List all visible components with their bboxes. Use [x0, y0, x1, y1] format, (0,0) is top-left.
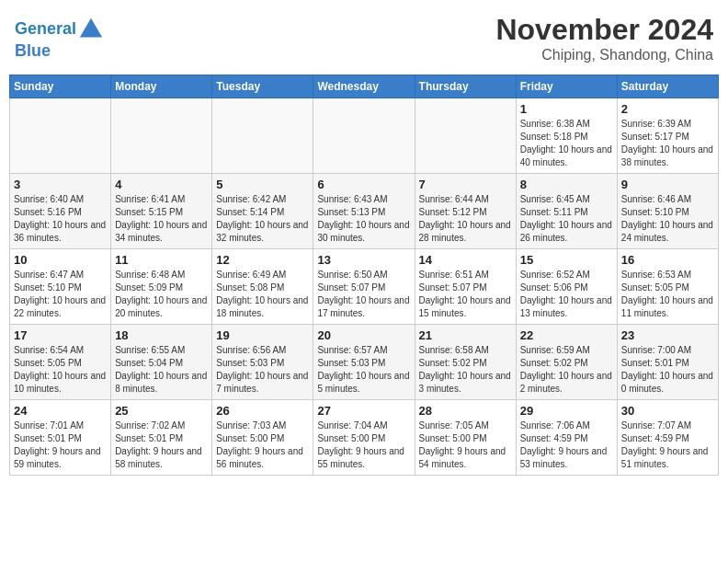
- calendar-cell: 9Sunrise: 6:46 AM Sunset: 5:10 PM Daylig…: [617, 174, 718, 249]
- day-info: Sunrise: 6:42 AM Sunset: 5:14 PM Dayligh…: [216, 193, 309, 245]
- day-number: 16: [621, 253, 714, 267]
- day-info: Sunrise: 7:00 AM Sunset: 5:01 PM Dayligh…: [621, 344, 714, 396]
- day-info: Sunrise: 7:03 AM Sunset: 5:00 PM Dayligh…: [216, 419, 309, 471]
- day-info: Sunrise: 6:59 AM Sunset: 5:02 PM Dayligh…: [520, 344, 613, 396]
- calendar-table: SundayMondayTuesdayWednesdayThursdayFrid…: [9, 75, 719, 476]
- day-info: Sunrise: 6:47 AM Sunset: 5:10 PM Dayligh…: [14, 269, 107, 320]
- logo-general: General: [15, 19, 76, 38]
- calendar-cell: [212, 98, 313, 174]
- day-info: Sunrise: 6:41 AM Sunset: 5:15 PM Dayligh…: [115, 193, 208, 245]
- day-number: 4: [115, 178, 208, 191]
- day-info: Sunrise: 6:57 AM Sunset: 5:03 PM Dayligh…: [317, 344, 410, 396]
- svg-marker-0: [80, 18, 102, 38]
- calendar-cell: 14Sunrise: 6:51 AM Sunset: 5:07 PM Dayli…: [415, 249, 516, 325]
- day-number: 15: [520, 253, 613, 267]
- weekday-header-tuesday: Tuesday: [212, 75, 313, 98]
- weekday-header-thursday: Thursday: [415, 75, 516, 98]
- day-info: Sunrise: 6:49 AM Sunset: 5:08 PM Dayligh…: [216, 269, 309, 320]
- week-row-3: 10Sunrise: 6:47 AM Sunset: 5:10 PM Dayli…: [10, 249, 719, 325]
- day-number: 21: [419, 328, 512, 342]
- day-info: Sunrise: 6:52 AM Sunset: 5:06 PM Dayligh…: [520, 269, 613, 320]
- day-info: Sunrise: 6:45 AM Sunset: 5:11 PM Dayligh…: [520, 193, 613, 245]
- calendar-cell: [313, 98, 415, 174]
- day-number: 3: [14, 178, 107, 191]
- day-info: Sunrise: 7:05 AM Sunset: 5:00 PM Dayligh…: [419, 419, 512, 471]
- day-info: Sunrise: 6:48 AM Sunset: 5:09 PM Dayligh…: [115, 269, 208, 320]
- day-info: Sunrise: 6:43 AM Sunset: 5:13 PM Dayligh…: [317, 193, 410, 245]
- calendar-cell: 17Sunrise: 6:54 AM Sunset: 5:05 PM Dayli…: [10, 325, 111, 400]
- day-number: 28: [419, 404, 512, 418]
- day-info: Sunrise: 7:04 AM Sunset: 5:00 PM Dayligh…: [317, 419, 410, 471]
- calendar-cell: 24Sunrise: 7:01 AM Sunset: 5:01 PM Dayli…: [10, 400, 111, 476]
- logo: General Blue: [15, 17, 104, 61]
- calendar-cell: 12Sunrise: 6:49 AM Sunset: 5:08 PM Dayli…: [212, 249, 313, 325]
- calendar-cell: 3Sunrise: 6:40 AM Sunset: 5:16 PM Daylig…: [10, 174, 111, 249]
- weekday-header-sunday: Sunday: [10, 75, 111, 98]
- day-number: 20: [317, 328, 410, 342]
- weekday-header-friday: Friday: [516, 75, 617, 98]
- calendar-cell: 28Sunrise: 7:05 AM Sunset: 5:00 PM Dayli…: [415, 400, 516, 476]
- day-number: 12: [216, 253, 309, 267]
- day-info: Sunrise: 6:53 AM Sunset: 5:05 PM Dayligh…: [621, 269, 714, 320]
- day-info: Sunrise: 6:58 AM Sunset: 5:02 PM Dayligh…: [419, 344, 512, 396]
- day-info: Sunrise: 6:50 AM Sunset: 5:07 PM Dayligh…: [317, 269, 410, 320]
- calendar-cell: 16Sunrise: 6:53 AM Sunset: 5:05 PM Dayli…: [617, 249, 718, 325]
- day-info: Sunrise: 6:44 AM Sunset: 5:12 PM Dayligh…: [419, 193, 512, 245]
- day-number: 7: [419, 178, 512, 191]
- weekday-header-saturday: Saturday: [617, 75, 718, 98]
- day-number: 2: [621, 102, 714, 116]
- logo-blue: Blue: [15, 42, 104, 61]
- day-number: 30: [621, 404, 714, 418]
- title-area: November 2024 Chiping, Shandong, China: [495, 13, 713, 63]
- day-number: 14: [419, 253, 512, 267]
- day-info: Sunrise: 7:01 AM Sunset: 5:01 PM Dayligh…: [14, 419, 107, 471]
- calendar-cell: 18Sunrise: 6:55 AM Sunset: 5:04 PM Dayli…: [111, 325, 212, 400]
- calendar-cell: 30Sunrise: 7:07 AM Sunset: 4:59 PM Dayli…: [617, 400, 718, 476]
- calendar-cell: 1Sunrise: 6:38 AM Sunset: 5:18 PM Daylig…: [516, 98, 617, 174]
- calendar-cell: 10Sunrise: 6:47 AM Sunset: 5:10 PM Dayli…: [10, 249, 111, 325]
- day-info: Sunrise: 6:51 AM Sunset: 5:07 PM Dayligh…: [419, 269, 512, 320]
- calendar-cell: 23Sunrise: 7:00 AM Sunset: 5:01 PM Dayli…: [617, 325, 718, 400]
- day-info: Sunrise: 6:54 AM Sunset: 5:05 PM Dayligh…: [14, 344, 107, 396]
- calendar-cell: 5Sunrise: 6:42 AM Sunset: 5:14 PM Daylig…: [212, 174, 313, 249]
- day-number: 13: [317, 253, 410, 267]
- calendar-cell: 19Sunrise: 6:56 AM Sunset: 5:03 PM Dayli…: [212, 325, 313, 400]
- calendar-cell: 4Sunrise: 6:41 AM Sunset: 5:15 PM Daylig…: [111, 174, 212, 249]
- day-info: Sunrise: 6:46 AM Sunset: 5:10 PM Dayligh…: [621, 193, 714, 245]
- calendar-cell: 15Sunrise: 6:52 AM Sunset: 5:06 PM Dayli…: [516, 249, 617, 325]
- day-info: Sunrise: 6:39 AM Sunset: 5:17 PM Dayligh…: [621, 118, 714, 169]
- day-number: 18: [115, 328, 208, 342]
- calendar-cell: 25Sunrise: 7:02 AM Sunset: 5:01 PM Dayli…: [111, 400, 212, 476]
- day-number: 11: [115, 253, 208, 267]
- day-info: Sunrise: 7:06 AM Sunset: 4:59 PM Dayligh…: [520, 419, 613, 471]
- day-number: 24: [14, 404, 107, 418]
- day-info: Sunrise: 7:07 AM Sunset: 4:59 PM Dayligh…: [621, 419, 714, 471]
- calendar-cell: [111, 98, 212, 174]
- calendar-cell: 7Sunrise: 6:44 AM Sunset: 5:12 PM Daylig…: [415, 174, 516, 249]
- calendar-cell: 13Sunrise: 6:50 AM Sunset: 5:07 PM Dayli…: [313, 249, 415, 325]
- calendar-cell: 2Sunrise: 6:39 AM Sunset: 5:17 PM Daylig…: [617, 98, 718, 174]
- calendar-cell: [415, 98, 516, 174]
- location: Chiping, Shandong, China: [495, 47, 713, 63]
- day-number: 19: [216, 328, 309, 342]
- day-number: 29: [520, 404, 613, 418]
- day-number: 6: [317, 178, 410, 191]
- calendar-cell: 29Sunrise: 7:06 AM Sunset: 4:59 PM Dayli…: [516, 400, 617, 476]
- day-number: 27: [317, 404, 410, 418]
- week-row-5: 24Sunrise: 7:01 AM Sunset: 5:01 PM Dayli…: [10, 400, 719, 476]
- calendar-cell: 21Sunrise: 6:58 AM Sunset: 5:02 PM Dayli…: [415, 325, 516, 400]
- day-info: Sunrise: 6:56 AM Sunset: 5:03 PM Dayligh…: [216, 344, 309, 396]
- day-number: 1: [520, 102, 613, 116]
- day-number: 9: [621, 178, 714, 191]
- calendar-cell: 20Sunrise: 6:57 AM Sunset: 5:03 PM Dayli…: [313, 325, 415, 400]
- calendar-cell: 11Sunrise: 6:48 AM Sunset: 5:09 PM Dayli…: [111, 249, 212, 325]
- week-row-4: 17Sunrise: 6:54 AM Sunset: 5:05 PM Dayli…: [10, 325, 719, 400]
- day-info: Sunrise: 6:40 AM Sunset: 5:16 PM Dayligh…: [14, 193, 107, 245]
- day-number: 17: [14, 328, 107, 342]
- calendar-cell: 27Sunrise: 7:04 AM Sunset: 5:00 PM Dayli…: [313, 400, 415, 476]
- day-number: 26: [216, 404, 309, 418]
- day-number: 25: [115, 404, 208, 418]
- day-info: Sunrise: 7:02 AM Sunset: 5:01 PM Dayligh…: [115, 419, 208, 471]
- day-number: 22: [520, 328, 613, 342]
- calendar-cell: 6Sunrise: 6:43 AM Sunset: 5:13 PM Daylig…: [313, 174, 415, 249]
